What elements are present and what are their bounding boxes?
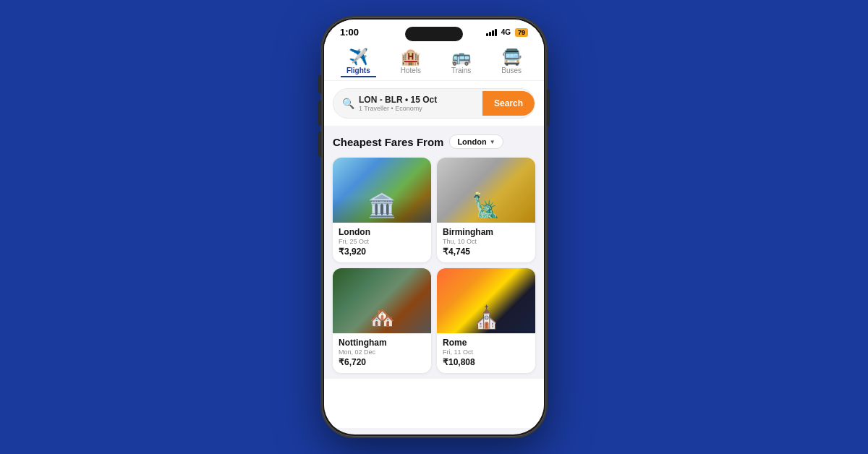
london-price: ₹3,920 <box>339 247 425 257</box>
rome-image <box>437 268 535 333</box>
rome-price: ₹10,808 <box>443 357 529 367</box>
nottingham-city: Nottingham <box>339 338 425 348</box>
search-bar[interactable]: 🔍 LON - BLR • 15 Oct 1 Traveller • Econo… <box>333 88 535 119</box>
birmingham-image <box>437 158 535 223</box>
silent-button <box>318 75 321 93</box>
dest-card-rome[interactable]: Rome Fri, 11 Oct ₹10,808 <box>437 268 535 373</box>
network-type: 4G <box>501 28 511 36</box>
search-route: LON - BLR • 15 Oct <box>359 95 437 105</box>
search-details: 1 Traveller • Economy <box>359 105 437 112</box>
search-icon: 🔍 <box>342 98 354 109</box>
dest-card-london[interactable]: London Fri, 25 Oct ₹3,920 <box>333 158 431 262</box>
phone-screen: 1:00 4G 79 ✈️ <box>324 20 544 434</box>
power-button <box>547 90 550 126</box>
battery-level: 79 <box>515 28 528 37</box>
trains-icon: 🚌 <box>451 49 471 65</box>
dest-card-birmingham[interactable]: Birmingham Thu, 10 Oct ₹4,745 <box>437 158 535 262</box>
search-button[interactable]: Search <box>482 91 535 116</box>
fares-title: Cheapest Fares From <box>333 136 443 148</box>
london-image <box>333 158 431 223</box>
london-info: London Fri, 25 Oct ₹3,920 <box>333 223 431 262</box>
birmingham-info: Birmingham Thu, 10 Oct ₹4,745 <box>437 223 535 262</box>
search-bar-left: 🔍 LON - BLR • 15 Oct 1 Traveller • Econo… <box>333 89 482 118</box>
tab-buses[interactable]: 🚍 Buses <box>495 48 527 77</box>
dynamic-island <box>405 27 463 41</box>
rome-date: Fri, 11 Oct <box>443 348 529 356</box>
tab-trains[interactable]: 🚌 Trains <box>446 48 477 77</box>
signal-bar-4 <box>495 29 497 36</box>
birmingham-city: Birmingham <box>443 227 529 237</box>
london-date: Fri, 25 Oct <box>339 238 425 245</box>
location-dropdown-label: London <box>457 137 486 146</box>
hotels-label: Hotels <box>401 67 421 74</box>
signal-bar-3 <box>492 30 494 36</box>
search-text-content: LON - BLR • 15 Oct 1 Traveller • Economy <box>359 95 437 112</box>
buses-icon: 🚍 <box>502 49 522 65</box>
app-content: ✈️ Flights 🏨 Hotels 🚌 Trains 🚍 Buses <box>324 42 544 428</box>
volume-up-button <box>318 100 321 126</box>
nottingham-info: Nottingham Mon, 02 Dec ₹6,720 <box>333 333 431 373</box>
nottingham-price: ₹6,720 <box>339 357 425 367</box>
birmingham-price: ₹4,745 <box>443 247 529 257</box>
status-icons: 4G 79 <box>486 28 528 37</box>
fares-section: Cheapest Fares From London ▼ London <box>324 126 544 379</box>
rome-city: Rome <box>443 338 529 348</box>
destination-cards-grid: London Fri, 25 Oct ₹3,920 Birmingham Thu… <box>333 158 535 373</box>
phone-frame: 1:00 4G 79 ✈️ <box>322 17 546 437</box>
volume-down-button <box>318 132 321 157</box>
rome-info: Rome Fri, 11 Oct ₹10,808 <box>437 333 535 373</box>
london-city: London <box>339 227 425 237</box>
flights-label: Flights <box>346 67 370 74</box>
signal-strength <box>486 29 497 36</box>
tab-flights[interactable]: ✈️ Flights <box>341 48 376 77</box>
tab-hotels[interactable]: 🏨 Hotels <box>395 48 427 77</box>
chevron-down-icon: ▼ <box>490 139 495 145</box>
status-time: 1:00 <box>340 27 359 38</box>
nav-tabs: ✈️ Flights 🏨 Hotels 🚌 Trains 🚍 Buses <box>324 42 544 81</box>
hotels-icon: 🏨 <box>401 49 420 65</box>
nottingham-date: Mon, 02 Dec <box>339 348 425 356</box>
flights-icon: ✈️ <box>349 49 368 65</box>
signal-bar-2 <box>489 32 491 36</box>
location-dropdown[interactable]: London ▼ <box>449 134 503 149</box>
fares-header: Cheapest Fares From London ▼ <box>333 134 535 149</box>
dest-card-nottingham[interactable]: Nottingham Mon, 02 Dec ₹6,720 <box>333 268 431 373</box>
buses-label: Buses <box>501 67 522 74</box>
birmingham-date: Thu, 10 Oct <box>443 238 529 245</box>
trains-label: Trains <box>451 67 471 74</box>
search-bar-container: 🔍 LON - BLR • 15 Oct 1 Traveller • Econo… <box>324 81 544 126</box>
signal-bar-1 <box>486 33 488 36</box>
phone-wrapper: 1:00 4G 79 ✈️ <box>322 17 546 437</box>
nottingham-image <box>333 268 431 333</box>
